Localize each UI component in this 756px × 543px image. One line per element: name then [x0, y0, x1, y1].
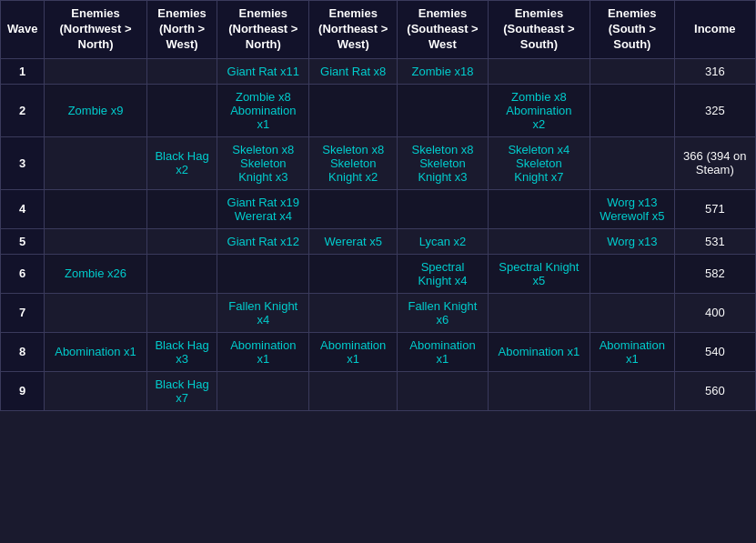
enemy-cell: [398, 371, 489, 410]
enemy-cell: Zombie x8Abominationx2: [488, 84, 590, 136]
enemy-cell: Abominationx1: [217, 332, 309, 371]
wave-number: 8: [1, 332, 45, 371]
enemy-cell: [146, 228, 217, 254]
waves-table: Wave Enemies(Northwest >North) Enemies(N…: [0, 0, 756, 411]
enemy-cell: Skeleton x4SkeletonKnight x7: [488, 136, 590, 189]
wave-number: 7: [1, 293, 45, 332]
enemy-cell: [146, 58, 217, 84]
enemy-cell: Zombie x26: [45, 254, 146, 293]
enemy-cell: Giant Rat x12: [217, 228, 309, 254]
table-row: 1Giant Rat x11Giant Rat x8Zombie x18316: [1, 58, 756, 84]
enemy-cell: Black Hagx3: [146, 332, 217, 371]
table-row: 3Black Hagx2Skeleton x8SkeletonKnight x3…: [1, 136, 756, 189]
enemy-cell: SpectralKnight x4: [398, 254, 489, 293]
header-ne-w: Enemies(Northeast >West): [309, 1, 398, 59]
enemy-cell: [146, 254, 217, 293]
income-value: 571: [674, 189, 755, 228]
income-value: 531: [674, 228, 755, 254]
enemy-cell: [45, 293, 146, 332]
enemy-cell: [146, 84, 217, 136]
enemy-cell: [45, 371, 146, 410]
enemy-cell: Worg x13Werewolf x5: [590, 189, 675, 228]
enemy-cell: [590, 136, 675, 189]
enemy-cell: Skeleton x8SkeletonKnight x3: [398, 136, 489, 189]
enemy-cell: [309, 84, 398, 136]
enemy-cell: Abominationx1: [309, 332, 398, 371]
enemy-cell: [146, 293, 217, 332]
wave-number: 3: [1, 136, 45, 189]
wave-number: 4: [1, 189, 45, 228]
enemy-cell: [590, 58, 675, 84]
enemy-cell: [488, 189, 590, 228]
enemy-cell: [217, 254, 309, 293]
wave-number: 2: [1, 84, 45, 136]
enemy-cell: [590, 84, 675, 136]
enemy-cell: [309, 254, 398, 293]
enemy-cell: Abomination x1: [488, 332, 590, 371]
enemy-cell: Worg x13: [590, 228, 675, 254]
header-ne-n: Enemies(Northeast >North): [217, 1, 309, 59]
enemy-cell: Giant Rat x19Wererat x4: [217, 189, 309, 228]
enemy-cell: Wererat x5: [309, 228, 398, 254]
table-row: 2Zombie x9Zombie x8Abominationx1Zombie x…: [1, 84, 756, 136]
enemy-cell: [146, 189, 217, 228]
enemy-cell: Skeleton x8SkeletonKnight x2: [309, 136, 398, 189]
header-se-w: Enemies(Southeast >West: [398, 1, 489, 59]
enemy-cell: [488, 371, 590, 410]
income-value: 582: [674, 254, 755, 293]
enemy-cell: Zombie x18: [398, 58, 489, 84]
enemy-cell: Fallen Knightx4: [217, 293, 309, 332]
wave-number: 6: [1, 254, 45, 293]
header-n-w: Enemies(North >West): [146, 1, 217, 59]
table-row: 5Giant Rat x12Wererat x5Lycan x2Worg x13…: [1, 228, 756, 254]
enemy-cell: [488, 58, 590, 84]
enemy-cell: [309, 371, 398, 410]
enemy-cell: Zombie x9: [45, 84, 146, 136]
enemy-cell: [217, 371, 309, 410]
income-value: 560: [674, 371, 755, 410]
enemy-cell: Fallen Knightx6: [398, 293, 489, 332]
enemy-cell: [398, 84, 489, 136]
enemy-cell: [45, 136, 146, 189]
wave-number: 9: [1, 371, 45, 410]
enemy-cell: Spectral Knightx5: [488, 254, 590, 293]
enemy-cell: [590, 371, 675, 410]
header-se-s: Enemies(Southeast >South): [488, 1, 590, 59]
enemy-cell: Black Hagx2: [146, 136, 217, 189]
table-row: 8Abomination x1Black Hagx3Abominationx1A…: [1, 332, 756, 371]
enemy-cell: [309, 189, 398, 228]
enemy-cell: [45, 58, 146, 84]
income-value: 325: [674, 84, 755, 136]
table-row: 7Fallen Knightx4Fallen Knightx6400: [1, 293, 756, 332]
enemy-cell: Zombie x8Abominationx1: [217, 84, 309, 136]
enemy-cell: Abomination x1: [45, 332, 146, 371]
wave-number: 5: [1, 228, 45, 254]
income-value: 400: [674, 293, 755, 332]
enemy-cell: Abominationx1: [398, 332, 489, 371]
enemy-cell: [488, 293, 590, 332]
enemy-cell: Abominationx1: [590, 332, 675, 371]
enemy-cell: [45, 228, 146, 254]
enemy-cell: Lycan x2: [398, 228, 489, 254]
enemy-cell: [488, 228, 590, 254]
enemy-cell: [590, 293, 675, 332]
wave-number: 1: [1, 58, 45, 84]
table-row: 6Zombie x26SpectralKnight x4Spectral Kni…: [1, 254, 756, 293]
enemy-cell: [590, 254, 675, 293]
enemy-cell: Black Hagx7: [146, 371, 217, 410]
enemy-cell: Skeleton x8SkeletonKnight x3: [217, 136, 309, 189]
table-row: 9Black Hagx7560: [1, 371, 756, 410]
table-row: 4Giant Rat x19Wererat x4Worg x13Werewolf…: [1, 189, 756, 228]
header-income: Income: [674, 1, 755, 59]
income-value: 316: [674, 58, 755, 84]
header-nw-n: Enemies(Northwest >North): [45, 1, 146, 59]
header-wave: Wave: [1, 1, 45, 59]
enemy-cell: [398, 189, 489, 228]
enemy-cell: Giant Rat x8: [309, 58, 398, 84]
enemy-cell: [309, 293, 398, 332]
income-value: 366 (394 onSteam): [674, 136, 755, 189]
header-s-s: Enemies(South >South): [590, 1, 675, 59]
income-value: 540: [674, 332, 755, 371]
enemy-cell: [45, 189, 146, 228]
enemy-cell: Giant Rat x11: [217, 58, 309, 84]
